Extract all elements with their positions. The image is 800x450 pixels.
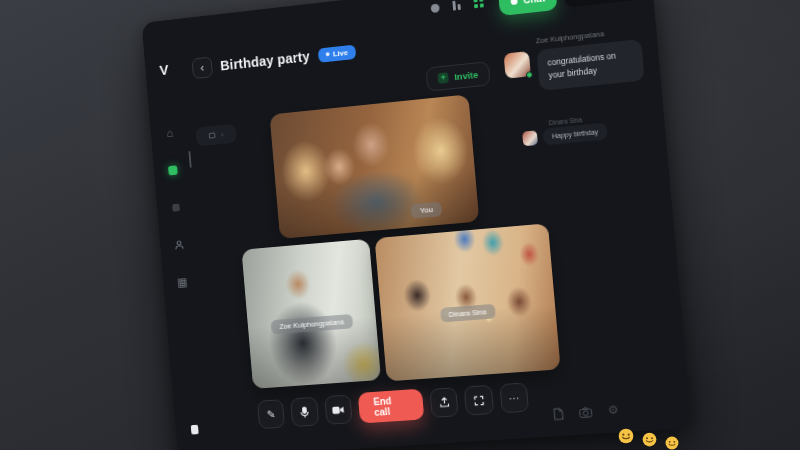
smiley-emoji xyxy=(642,432,657,447)
grid-green-icon[interactable] xyxy=(473,0,483,8)
participant-label: Dinara Sina xyxy=(440,304,496,323)
badge-label: Live xyxy=(333,48,349,58)
screen-icon[interactable] xyxy=(167,199,185,217)
fullscreen-icon[interactable] xyxy=(464,385,494,416)
pencil-icon[interactable]: ✎ xyxy=(257,399,285,429)
invite-button[interactable]: + Invite xyxy=(426,61,491,92)
chat-tab-button[interactable]: Chat xyxy=(498,0,558,16)
left-video-tile[interactable]: Zoe Kulphongpatana xyxy=(241,239,381,389)
mic-icon[interactable] xyxy=(290,397,319,427)
emoji-reactions xyxy=(618,428,679,450)
app-window: V ⌂ ▦ xyxy=(142,0,692,450)
call-toolbar: ✎ End call xyxy=(257,381,529,430)
app-logo: V xyxy=(145,60,184,80)
message-bubble: Happy birthday xyxy=(542,123,607,146)
chevron-right-icon: › xyxy=(221,130,224,139)
participant-label: You xyxy=(411,202,442,219)
chat-message: Happy birthday xyxy=(522,123,608,148)
user-icon[interactable] xyxy=(170,236,188,254)
smiley-emoji xyxy=(665,436,679,450)
participants-tab[interactable]: Participants xyxy=(563,0,646,8)
page-title: Birthday party xyxy=(220,49,311,74)
back-button[interactable]: ‹ xyxy=(192,56,214,79)
logout-icon[interactable] xyxy=(186,421,204,439)
gear-icon[interactable]: ⚙ xyxy=(607,403,619,417)
home-icon[interactable]: ⌂ xyxy=(161,124,179,142)
online-status-dot xyxy=(526,71,533,78)
photo-camera-icon[interactable] xyxy=(579,406,593,418)
avatar[interactable] xyxy=(504,51,531,79)
tilted-scene: V ⌂ ▦ xyxy=(142,0,692,450)
chat-bubble-icon xyxy=(510,0,517,5)
participant-label: Zoe Kulphongpatana xyxy=(271,314,353,334)
layout-grid-icon xyxy=(209,132,216,138)
smiley-emoji xyxy=(618,428,634,444)
end-call-button[interactable]: End call xyxy=(358,389,425,424)
message-bubble: congratulations on your birthday xyxy=(537,39,645,91)
chat-tab-label: Chat xyxy=(523,0,546,6)
plus-icon: + xyxy=(438,72,449,84)
invite-label: Invite xyxy=(454,69,479,82)
status-row xyxy=(430,0,483,13)
share-icon[interactable] xyxy=(429,387,459,418)
live-badge: Live xyxy=(318,44,356,62)
backdrop: { "app": { "logo": "V", "sidebar": { "ic… xyxy=(0,0,800,450)
main-area: ‹ Birthday party Live + Invite › You Z xyxy=(179,0,531,450)
more-icon[interactable]: ··· xyxy=(499,382,529,413)
video-active-icon[interactable] xyxy=(164,161,182,179)
camera-icon[interactable] xyxy=(324,395,353,425)
utility-icons-row: ⚙ xyxy=(552,403,619,421)
chat-message: congratulations on your birthday xyxy=(504,39,645,95)
grid-icon[interactable]: ▦ xyxy=(174,273,192,291)
avatar[interactable] xyxy=(522,130,538,146)
badge-dot-icon xyxy=(325,52,329,56)
main-video-tile[interactable]: You xyxy=(270,94,480,239)
message-sender: Zoe Kulphongpatana xyxy=(535,29,604,45)
layout-toggle[interactable]: › xyxy=(196,124,237,147)
record-icon[interactable] xyxy=(430,3,439,13)
file-icon[interactable] xyxy=(552,407,564,420)
stats-icon[interactable] xyxy=(452,0,460,10)
